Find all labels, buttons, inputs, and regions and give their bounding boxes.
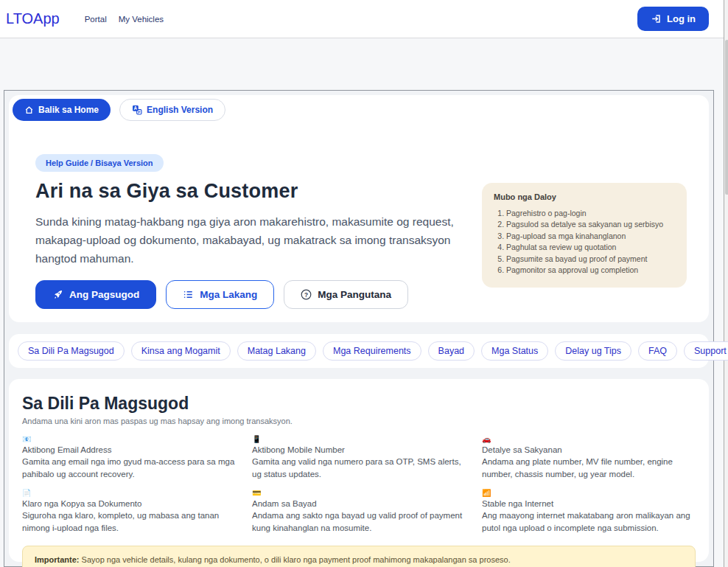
scrollbar-thumb[interactable]: [725, 40, 728, 195]
steps-button[interactable]: Mga Lakang: [166, 280, 274, 309]
prep-item-email: 📧 Aktibong Email Address Gamita ang emai…: [22, 436, 236, 480]
flow-step: Pagsulod sa detalye sa sakyanan ug serbi…: [506, 220, 675, 229]
prep-item-desc: Andama ang sakto nga bayad ug valid proo…: [252, 509, 466, 534]
prep-item-title: Andam sa Bayad: [252, 499, 466, 508]
flow-step: Pag-upload sa mga kinahanglanon: [506, 232, 675, 240]
back-home-button[interactable]: Balik sa Home: [13, 99, 111, 121]
pill-delay-ug-tips[interactable]: Delay ug Tips: [555, 341, 631, 361]
login-icon: [651, 13, 662, 24]
nav-links: Portal My Vehicles: [85, 15, 164, 24]
english-version-label: English Version: [147, 105, 213, 115]
prep-item-desc: Andama ang plate number, MV file number,…: [482, 456, 696, 480]
get-started-button[interactable]: Ang Pagsugod: [35, 280, 156, 309]
login-button[interactable]: Log in: [637, 7, 709, 31]
car-icon: 🚗: [482, 436, 696, 443]
nav-link-portal[interactable]: Portal: [85, 15, 107, 24]
question-icon: ?: [301, 289, 312, 300]
prep-item-title: Klaro nga Kopya sa Dokumento: [22, 499, 236, 508]
flow-step: Pagrehistro o pag-login: [506, 209, 675, 218]
pill-kinsa-ang-mogamit[interactable]: Kinsa ang Mogamit: [131, 341, 231, 361]
questions-label: Mga Pangutana: [318, 289, 391, 300]
nav-link-my-vehicles[interactable]: My Vehicles: [119, 15, 164, 24]
section-nav-bar: Sa Dili Pa Magsugod Kinsa ang Mogamit Ma…: [9, 334, 709, 368]
back-home-label: Balik sa Home: [38, 105, 99, 115]
login-label: Log in: [667, 13, 696, 24]
flow-step: Pagsumite sa bayad ug proof of payment: [506, 254, 675, 263]
prep-item-title: Stable nga Internet: [482, 499, 696, 508]
prep-item-title: Aktibong Mobile Number: [252, 445, 466, 454]
quick-flow-card: Mubo nga Daloy Pagrehistro o pag-login P…: [482, 183, 687, 288]
scrollbar-track[interactable]: [724, 0, 728, 567]
get-started-label: Ang Pagsugod: [69, 289, 139, 300]
prep-item-vehicle: 🚗 Detalye sa Sakyanan Andama ang plate n…: [482, 436, 696, 480]
app-brand[interactable]: LTOApp: [6, 10, 60, 27]
flow-step: Paghulat sa review ug quotation: [506, 243, 675, 251]
prep-item-title: Detalye sa Sakyanan: [482, 445, 696, 454]
prep-item-desc: Siguroha nga klaro, kompleto, ug mabasa …: [22, 509, 236, 534]
pill-bayad[interactable]: Bayad: [428, 341, 475, 361]
section-subtitle: Andama una kini aron mas paspas ug mas h…: [22, 417, 696, 425]
hero-top-buttons: Balik sa Home A English Version: [13, 99, 225, 121]
rocket-icon: [52, 289, 63, 300]
mobile-icon: 📱: [252, 436, 466, 443]
quick-flow-list: Pagrehistro o pag-login Pagsulod sa deta…: [494, 209, 675, 274]
help-guide-badge: Help Guide / Bisaya Version: [35, 154, 164, 172]
home-icon: [24, 105, 34, 115]
prep-item-documents: 📄 Klaro nga Kopya sa Dokumento Siguroha …: [22, 490, 236, 534]
prep-item-internet: 📶 Stable nga Internet Ang maayong intern…: [482, 490, 696, 534]
svg-text:?: ?: [304, 292, 308, 299]
pill-faq[interactable]: FAQ: [638, 341, 677, 361]
prep-item-title: Aktibong Email Address: [22, 445, 236, 454]
pill-sa-dili-pa-magsugod[interactable]: Sa Dili Pa Magsugod: [18, 341, 125, 361]
section-title: Sa Dili Pa Magsugod: [22, 394, 696, 414]
flow-step: Pagmonitor sa approval ug completion: [506, 265, 675, 274]
pill-matag-lakang[interactable]: Matag Lakang: [237, 341, 316, 361]
prep-grid: 📧 Aktibong Email Address Gamita ang emai…: [22, 436, 696, 535]
signal-icon: 📶: [482, 490, 696, 497]
questions-button[interactable]: ? Mga Pangutana: [284, 280, 408, 309]
steps-label: Mga Lakang: [200, 289, 257, 300]
prep-item-desc: Ang maayong internet makatabang aron mal…: [482, 509, 696, 534]
page-container: Balik sa Home A English Version Help Gui…: [4, 90, 714, 567]
important-warning: Importante: Sayop nga vehicle details, k…: [22, 546, 696, 567]
pill-support[interactable]: Support: [684, 341, 728, 361]
list-icon: [183, 289, 194, 300]
before-you-start-section: Sa Dili Pa Magsugod Andama una kini aron…: [9, 379, 709, 562]
translate-icon: A: [132, 105, 142, 115]
prep-item-desc: Gamita ang valid nga numero para sa OTP,…: [252, 456, 466, 480]
prep-item-desc: Gamita ang email nga imo gyud ma-access …: [22, 456, 236, 480]
hero-card: Balik sa Home A English Version Help Gui…: [9, 95, 709, 322]
warning-text: Sayop nga vehicle details, kulang nga do…: [82, 555, 511, 564]
top-navbar: LTOApp Portal My Vehicles Log in: [0, 0, 724, 38]
pill-mga-status[interactable]: Mga Status: [481, 341, 548, 361]
prep-item-payment: 💳 Andam sa Bayad Andama ang sakto nga ba…: [252, 490, 466, 534]
pill-mga-requirements[interactable]: Mga Requirements: [323, 341, 421, 361]
document-icon: 📄: [22, 490, 236, 497]
english-version-button[interactable]: A English Version: [119, 99, 225, 121]
payment-card-icon: 💳: [252, 490, 466, 497]
hero-description: Sunda kining matag-hakbang nga giya aron…: [35, 212, 463, 268]
quick-flow-title: Mubo nga Daloy: [494, 192, 675, 201]
email-icon: 📧: [22, 436, 236, 443]
prep-item-mobile: 📱 Aktibong Mobile Number Gamita ang vali…: [252, 436, 466, 480]
warning-label: Importante:: [35, 555, 80, 564]
